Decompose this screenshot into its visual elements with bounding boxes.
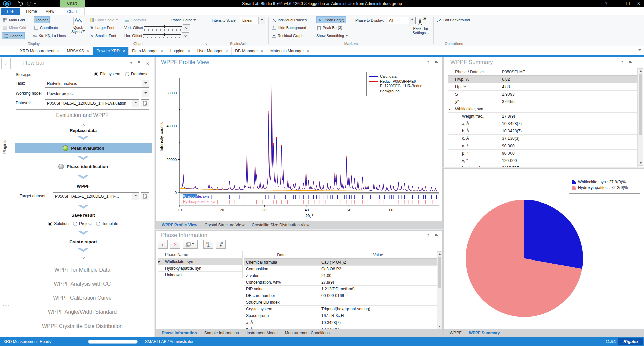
phase-table-row[interactable]: Space group167 : R-3c:H <box>244 312 437 319</box>
flow-step-peak-evaluation[interactable]: Peak evaluation <box>15 143 152 153</box>
individual-phases-button[interactable]: Individual Phases <box>271 17 307 23</box>
summary-row[interactable]: β, °90.000 <box>448 150 638 157</box>
phase-table-scrollbar[interactable] <box>437 251 442 329</box>
close-tab-icon[interactable]: ✕ <box>225 49 228 53</box>
phase-color-button[interactable]: Phase Color <box>171 17 196 23</box>
summary-row[interactable]: S1.9093 <box>448 91 638 98</box>
vert-offset-reset-icon[interactable]: ↻ <box>183 24 190 31</box>
flow-step-replace-data[interactable]: Replace data <box>12 128 154 133</box>
phase-table-row[interactable]: Structure DB index <box>244 299 437 306</box>
pin-icon[interactable] <box>435 233 438 238</box>
summary-scrollbar[interactable] <box>638 68 643 166</box>
collapse-chevron-icon[interactable] <box>81 255 86 260</box>
pin-icon[interactable] <box>435 60 438 65</box>
flow-action-wppf-calibration-curve[interactable]: WPPF Calibration Curve <box>16 292 149 304</box>
ka-kb-la-lines-button[interactable]: Kα, Kβ, Lα Lines <box>32 32 66 39</box>
summary-tab-wppf[interactable]: WPPF <box>446 329 465 337</box>
minor-grid-button[interactable]: Minor Grid <box>3 24 26 31</box>
flow-action-wppf-crystallite-size-distribution[interactable]: WPPF Crystallite Size Distribution <box>16 320 149 332</box>
working-node-select[interactable]: Powder project <box>45 90 149 97</box>
file-menu-button[interactable]: File <box>1 8 20 15</box>
tab-view[interactable]: View <box>42 7 58 15</box>
hor-offset-reset-icon[interactable]: ↻ <box>182 32 189 39</box>
view-tab-wppf-profile-view[interactable]: WPPF Profile View <box>158 221 201 229</box>
vert-offset-slider[interactable] <box>144 25 182 30</box>
phase-list-item[interactable]: Hydroxylapatite, syn <box>158 265 243 272</box>
help-icon[interactable]: ? <box>427 234 429 238</box>
doc-tab-mrsaxs[interactable]: MRSAXS✕ <box>63 47 93 55</box>
hide-background-button[interactable]: Hide Background <box>271 24 306 31</box>
close-tab-icon[interactable]: ✕ <box>122 49 125 53</box>
doc-tab-db-manager[interactable]: DB Manager✕ <box>232 47 267 55</box>
expander-icon[interactable]: ◢ <box>448 105 453 113</box>
flow-step-phase-identification[interactable]: Phase identification <box>12 164 154 169</box>
copy-phase-button[interactable] <box>183 240 198 249</box>
close-tab-icon[interactable]: ✕ <box>160 49 163 53</box>
tab-overflow-icon[interactable] <box>638 49 641 52</box>
flow-step-wppf[interactable]: WPPF <box>12 184 154 189</box>
info-tab-phase-information[interactable]: Phase Information <box>158 329 200 337</box>
phase-table-row[interactable]: Chemical formulaCa3 ( P O4 )2 <box>244 259 437 266</box>
phase-list-item[interactable]: ▶Whitlockite, syn <box>158 258 243 265</box>
help-icon[interactable]: ? <box>621 61 623 65</box>
summary-row[interactable]: Rwp, %6.82 <box>448 76 638 83</box>
phase-list-item[interactable]: Unknown <box>158 272 243 278</box>
toolbar-toggle-button[interactable]: Toolbar <box>34 16 50 23</box>
summary-row[interactable]: Lattice volu...3439.797 <box>448 164 638 167</box>
close-tab-icon[interactable]: ✕ <box>87 49 89 53</box>
edit-background-button[interactable]: Edit Background <box>436 17 470 23</box>
close-tab-icon[interactable]: ✕ <box>187 49 190 53</box>
target-dataset-select[interactable]: P050SFHAE6-E_1200DEG_1HR-... <box>53 192 139 200</box>
summary-row[interactable]: c, Å37.130(3) <box>448 135 638 142</box>
summary-row[interactable]: Rp, %4.88 <box>448 83 638 91</box>
summary-row[interactable]: α, °90.000 <box>448 142 638 150</box>
phase-table-row[interactable]: Concentration, wt%27.8(9) <box>244 279 437 286</box>
intensity-scale-select[interactable]: Linear <box>240 17 265 24</box>
delete-phase-button[interactable]: ✕ <box>170 240 180 249</box>
doc-tab-data-manager[interactable]: Data Manager✕ <box>129 47 167 55</box>
phase-table-row[interactable]: Crystal systemTrigonal(hexagonal-setting… <box>244 306 437 312</box>
close-tab-icon[interactable]: ✕ <box>57 49 60 53</box>
strip-drag-handle[interactable]: •••• <box>3 303 10 307</box>
contextual-tab-chart[interactable]: Chart <box>60 0 85 7</box>
save-project-radio[interactable]: Project <box>73 221 92 226</box>
maximize-button[interactable]: ❐ <box>623 0 633 7</box>
rir-settings-button[interactable]: RIR✱ <box>216 240 226 249</box>
flow-action-wppf-analysis-with-cc[interactable]: WPPF Analysis with CC <box>16 278 149 290</box>
summary-row[interactable]: b, Å10.3428(7) <box>448 127 638 135</box>
dataset-clipboard-button[interactable] <box>141 99 149 107</box>
phase-table-row[interactable]: DB card number00-009-0169 <box>244 292 437 299</box>
doc-tab-materials-manager[interactable]: Materials Manager✕ <box>267 47 313 55</box>
doc-tab-logging[interactable]: Logging✕ <box>167 47 194 55</box>
pin-icon[interactable] <box>138 61 141 66</box>
rir-chart-button[interactable]: RIR⊥ <box>203 240 213 249</box>
legend-toggle-button[interactable]: Legend <box>2 32 25 39</box>
contours-button[interactable]: Contours <box>124 17 146 23</box>
view-tab-crystallite-size-distribution-view[interactable]: Crystallite Size Distribution View <box>248 221 313 229</box>
phase-bar-label-whitlockite[interactable]: Whitlockite, syn <box>183 194 209 198</box>
phase-bar-label-hydroxylapatite[interactable]: Hydroxylapatite, syn <box>183 199 216 204</box>
peak-bar-settings-button[interactable]: ✱ Peak Bar Settings... <box>410 16 432 41</box>
coordinate-button[interactable]: Coordinate <box>34 24 58 31</box>
summary-row[interactable]: Weight frac...27.8(9) <box>448 113 638 120</box>
dataset-select[interactable]: P050SFHAE6-E_1200DEG_1HR-Evaluation <box>45 99 139 107</box>
storage-file-system-radio[interactable]: File system <box>94 72 120 76</box>
flow-action-wppf-angle-width-standard[interactable]: WPPF Angle/Width Standard <box>16 306 149 318</box>
target-dataset-clipboard-button[interactable] <box>141 192 149 200</box>
phase-table-row[interactable]: CompositionCa3 O8 P2 <box>244 266 437 272</box>
phase-table-row[interactable]: Z-value21.00 <box>244 272 437 279</box>
redo-icon[interactable] <box>25 0 32 7</box>
tab-home[interactable]: Home <box>23 7 40 15</box>
peak-bar-3-button[interactable]: Peak Bar(3) <box>316 24 342 31</box>
add-phase-button[interactable]: + <box>158 240 168 249</box>
task-select[interactable]: Rietveld analysis <box>45 80 149 88</box>
info-tab-measurement-conditions[interactable]: Measurement Conditions <box>281 329 333 337</box>
main-grid-button[interactable]: Main Grid <box>3 17 25 23</box>
undo-icon[interactable] <box>17 0 24 7</box>
evaluation-and-wppf-button[interactable]: Evaluation and WPPF <box>16 109 149 121</box>
color-scale-button[interactable]: Color Scale <box>89 17 118 23</box>
close-tab-icon[interactable]: ✕ <box>306 49 309 53</box>
hor-offset-slider[interactable] <box>143 33 181 38</box>
quick-styles-button[interactable]: Quick Styles <box>70 17 86 40</box>
tab-chart[interactable]: Chart <box>60 7 85 15</box>
